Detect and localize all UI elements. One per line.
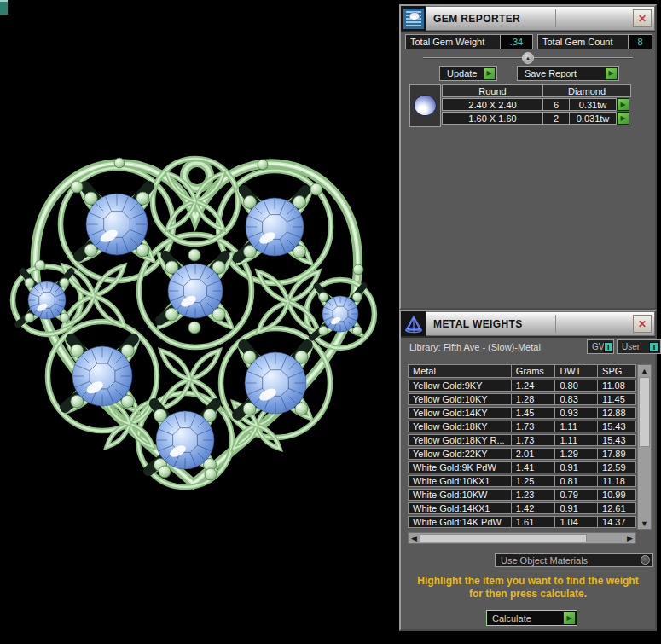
- gem-shape-header: Round: [442, 84, 543, 97]
- gem-table-row: 1.60 X 1.60 2 0.031tw ▶: [443, 112, 631, 125]
- metal-table-row[interactable]: Yellow Gold:14KY 1.45 0.93 12.88: [408, 407, 636, 419]
- use-object-materials-label: Use Object Materials: [501, 555, 588, 566]
- go-arrow-icon[interactable]: ▶: [605, 67, 618, 80]
- gem-reporter-titlebar-surface: GEM REPORTER ✕: [426, 6, 655, 31]
- metal-spg: 14.37: [597, 516, 636, 528]
- metal-name: White Gold:9K PdW: [408, 461, 512, 473]
- gem-type-header: Diamond: [542, 84, 631, 97]
- titlebar-divider: [555, 9, 556, 27]
- scroll-right-icon[interactable]: ▶: [624, 533, 635, 543]
- scroll-up-icon[interactable]: ▲: [638, 365, 651, 376]
- metal-dwt: 0.81: [554, 475, 598, 487]
- metal-weights-titlebar-surface: METAL WEIGHTS ✕: [426, 311, 655, 336]
- metal-dwt: 0.80: [554, 380, 598, 392]
- viewport-corner-widget: [0, 0, 8, 15]
- metal-spg: 11.18: [597, 475, 636, 487]
- metal-weights-titlebar[interactable]: METAL WEIGHTS ✕: [401, 311, 655, 338]
- metal-table-row[interactable]: White Gold:10KX1 1.25 0.81 11.18: [408, 475, 636, 487]
- metal-spg: 15.43: [597, 421, 636, 432]
- scrollbar-thumb[interactable]: [639, 377, 650, 447]
- collapse-row: ▲: [423, 52, 633, 65]
- metal-table-row[interactable]: Yellow Gold:22KY 2.01 1.29 17.89: [408, 448, 636, 460]
- metal-name: White Gold:14KX1: [408, 502, 512, 514]
- close-icon[interactable]: ✕: [633, 9, 652, 27]
- metal-dwt: 1.04: [554, 516, 598, 528]
- horizontal-scrollbar[interactable]: ◀ ▶: [408, 532, 636, 544]
- gv-label: GV: [592, 342, 604, 351]
- metal-table-row[interactable]: White Gold:10KW 1.23 0.79 10.99: [408, 489, 636, 501]
- metal-grams: 1.24: [511, 380, 556, 392]
- metal-table-row[interactable]: Yellow Gold:18KY 1.73 1.11 15.43: [408, 421, 636, 432]
- total-gem-weight-label: Total Gem Weight: [405, 34, 501, 49]
- gem-size: 1.60 X 1.60: [442, 112, 543, 125]
- metal-table-row[interactable]: White Gold:9K PdW 1.41 0.91 12.59: [408, 461, 636, 473]
- scrollbar-thumb[interactable]: [420, 534, 587, 542]
- gv-indicator-icon[interactable]: I: [604, 342, 612, 352]
- gv-button[interactable]: GV I: [587, 339, 614, 354]
- metal-grams: 1.61: [511, 516, 556, 528]
- metal-weights-title: METAL WEIGHTS: [426, 318, 523, 330]
- go-arrow-icon[interactable]: ▶: [483, 67, 496, 80]
- metal-table-row[interactable]: White Gold:14KX1 1.42 0.91 12.61: [408, 502, 636, 514]
- update-label: Update: [440, 68, 477, 78]
- metal-table-row[interactable]: Yellow Gold:18KY R... 1.73 1.11 15.43: [408, 434, 636, 446]
- scroll-left-icon[interactable]: ◀: [409, 533, 420, 543]
- instruction-line2: for then press calculate.: [401, 588, 655, 600]
- gem-reporter-buttons: Update ▶ Save Report ▶: [439, 66, 619, 81]
- save-report-button[interactable]: Save Report ▶: [517, 66, 619, 81]
- metal-dwt: 0.91: [554, 461, 598, 473]
- metal-spg: 12.59: [597, 461, 636, 473]
- go-arrow-icon[interactable]: ▶: [563, 612, 576, 624]
- total-gem-weight-value: .34: [501, 34, 533, 49]
- collapse-button[interactable]: ▲: [522, 52, 534, 64]
- calculate-button[interactable]: Calculate ▶: [486, 610, 577, 626]
- gem-summary-table: Round Diamond 2.40 X 2.40 6 0.31tw ▶ 1.6…: [409, 84, 631, 127]
- vertical-scrollbar[interactable]: ▲ ▼: [637, 364, 652, 530]
- metal-grams: 1.28: [511, 393, 556, 405]
- dropdown-indicator-icon[interactable]: [641, 555, 650, 565]
- user-button[interactable]: User I: [617, 339, 661, 354]
- metal-name: Yellow Gold:14KY: [408, 407, 512, 419]
- metal-table-row[interactable]: White Gold:14K PdW 1.61 1.04 14.37: [408, 516, 636, 528]
- gem-reporter-panel: GEM REPORTER ✕ Total Gem Weight .34 Tota…: [399, 4, 657, 310]
- metal-grams: 1.73: [511, 421, 556, 432]
- total-gem-count-value: 8: [629, 34, 652, 49]
- metal-dwt: 1.11: [554, 421, 598, 432]
- go-arrow-icon[interactable]: ▶: [617, 112, 629, 125]
- go-arrow-icon[interactable]: ▶: [617, 98, 629, 111]
- metal-name: Yellow Gold:18KY: [408, 421, 512, 432]
- metal-name: Yellow Gold:22KY: [408, 448, 512, 460]
- gem-weight: 0.31tw: [569, 98, 617, 111]
- metal-name: White Gold:10KX1: [408, 475, 512, 487]
- calculate-label: Calculate: [492, 613, 531, 624]
- instruction-line1: Highlight the item you want to find the …: [401, 575, 655, 588]
- metal-grams: 1.45: [511, 407, 556, 419]
- scroll-down-icon[interactable]: ▼: [638, 518, 651, 529]
- metal-grams: 1.41: [511, 461, 556, 473]
- metal-spg: 15.43: [597, 434, 636, 446]
- total-gem-count-label: Total Gem Count: [537, 34, 629, 49]
- library-row: Library: Fifth Ave - (Slow)-Metal GV I U…: [409, 339, 650, 355]
- heart-pendant-render: [0, 0, 397, 644]
- gem-thumbnail: [409, 84, 441, 127]
- user-indicator-icon[interactable]: I: [649, 342, 659, 352]
- use-object-materials-dropdown[interactable]: Use Object Materials: [495, 553, 653, 567]
- metal-grams: 2.01: [511, 448, 556, 460]
- gem-count: 6: [542, 98, 570, 111]
- save-report-label: Save Report: [518, 68, 577, 78]
- metal-grams: 1.42: [511, 502, 556, 514]
- close-icon[interactable]: ✕: [633, 315, 652, 333]
- gem-weight: 0.031tw: [569, 112, 617, 125]
- metal-grams: 1.25: [511, 475, 556, 487]
- gem-reporter-titlebar[interactable]: GEM REPORTER ✕: [401, 6, 655, 32]
- metal-dwt: 1.29: [554, 448, 598, 460]
- metal-weights-panel: METAL WEIGHTS ✕ Library: Fifth Ave - (Sl…: [399, 310, 657, 631]
- metal-dwt: 0.91: [554, 502, 598, 514]
- metal-dwt: 1.11: [554, 434, 598, 446]
- app-window: GEM REPORTER ✕ Total Gem Weight .34 Tota…: [0, 0, 661, 644]
- 3d-viewport[interactable]: [0, 0, 397, 644]
- update-button[interactable]: Update ▶: [439, 66, 497, 81]
- metal-name: White Gold:10KW: [408, 489, 512, 501]
- metal-table-row[interactable]: Yellow Gold:9KY 1.24 0.80 11.08: [408, 380, 636, 392]
- metal-table-row[interactable]: Yellow Gold:10KY 1.28 0.83 11.45: [408, 393, 636, 405]
